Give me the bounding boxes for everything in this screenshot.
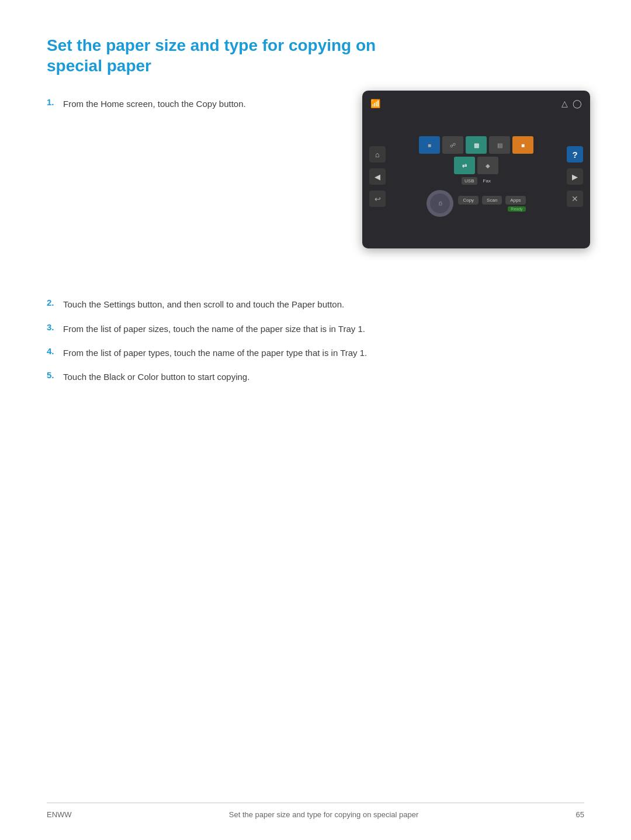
step-5-text: Touch the Black or Color button to start… — [63, 370, 249, 383]
back-button[interactable]: ↩ — [369, 191, 386, 207]
apps-row-2: ⇄ ◆ — [389, 157, 563, 174]
step-4-text: From the list of paper types, touch the … — [63, 346, 367, 359]
step-2-text: Touch the Settings button, and then scro… — [63, 298, 344, 311]
paper-link: Paper — [292, 299, 315, 309]
step-1-text: From the Home screen, touch the Copy but… — [63, 97, 246, 110]
copy-circle[interactable]: ⎙ — [427, 190, 453, 217]
step-1-number: 1. — [47, 97, 63, 107]
fax-label: Fax — [483, 178, 491, 184]
app-icon-1[interactable]: ■ — [419, 136, 440, 154]
black-link: Black — [103, 372, 125, 382]
copy-link: Copy — [196, 99, 217, 109]
app-icon-4[interactable]: ▤ — [489, 136, 510, 154]
step-5-number: 5. — [47, 370, 63, 380]
copy-inner: ⎙ — [430, 193, 450, 213]
app-icon-5[interactable]: ■ — [512, 136, 533, 154]
ready-badge: Ready — [508, 206, 525, 212]
screen-center: ■ ☍ ▩ ▤ ■ ⇄ ◆ USB Fax — [389, 136, 563, 217]
help-button[interactable]: ? — [567, 146, 583, 163]
step-3-number: 3. — [47, 322, 63, 332]
home-button[interactable]: ⌂ — [369, 146, 386, 163]
steps-section: 2. Touch the Settings button, and then s… — [47, 298, 584, 383]
usb-label: USB — [462, 177, 477, 185]
screen-top-right: △ ◯ — [561, 99, 582, 108]
step-5: 5. Touch the Black or Color button to st… — [47, 370, 584, 383]
screen-right-nav: ? ▶ ✕ — [567, 146, 583, 207]
cancel-button[interactable]: ✕ — [567, 191, 583, 207]
app-icon-3[interactable]: ▩ — [466, 136, 487, 154]
arrow-left-button[interactable]: ◀ — [369, 168, 386, 185]
warning-icon: △ — [561, 99, 568, 108]
step-4: 4. From the list of paper types, touch t… — [47, 346, 584, 359]
printer-screen-image: 📶 △ ◯ ⌂ ◀ ↩ ■ ☍ — [362, 91, 590, 248]
step-3-text: From the list of paper sizes, touch the … — [63, 322, 365, 336]
apps-tile[interactable]: Apps — [505, 196, 525, 205]
step-2: 2. Touch the Settings button, and then s… — [47, 298, 584, 311]
screen-main: ⌂ ◀ ↩ ■ ☍ ▩ ▤ ■ ⇄ — [369, 110, 583, 243]
power-icon: ◯ — [573, 99, 582, 108]
screen-left-nav: ⌂ ◀ ↩ — [369, 146, 386, 207]
app-icon-6[interactable]: ⇄ — [454, 157, 475, 174]
copy-tile[interactable]: Copy — [458, 196, 479, 205]
step-4-number: 4. — [47, 346, 63, 356]
step-3: 3. From the list of paper sizes, touch t… — [47, 322, 584, 336]
apps-row: ■ ☍ ▩ ▤ ■ — [389, 136, 563, 154]
wifi-icon: 📶 — [370, 99, 380, 108]
screen-top-bar: 📶 △ ◯ — [369, 96, 583, 110]
usb-fax-row: USB Fax — [389, 177, 563, 185]
footer-enww: ENWW — [47, 810, 72, 819]
scan-tile[interactable]: Scan — [482, 196, 502, 205]
app-icon-2[interactable]: ☍ — [442, 136, 463, 154]
footer-title: Set the paper size and type for copying … — [72, 810, 576, 819]
page-footer: ENWW Set the paper size and type for cop… — [47, 803, 584, 819]
page-number: 65 — [576, 810, 584, 819]
arrow-right-button[interactable]: ▶ — [567, 168, 583, 185]
page-title: Set the paper size and type for copying … — [47, 35, 397, 76]
settings-link: Settings — [103, 299, 135, 309]
app-icon-7[interactable]: ◆ — [477, 157, 498, 174]
printer-display: 📶 △ ◯ ⌂ ◀ ↩ ■ ☍ — [362, 91, 590, 248]
color-link: Color — [138, 372, 159, 382]
step-2-number: 2. — [47, 298, 63, 307]
